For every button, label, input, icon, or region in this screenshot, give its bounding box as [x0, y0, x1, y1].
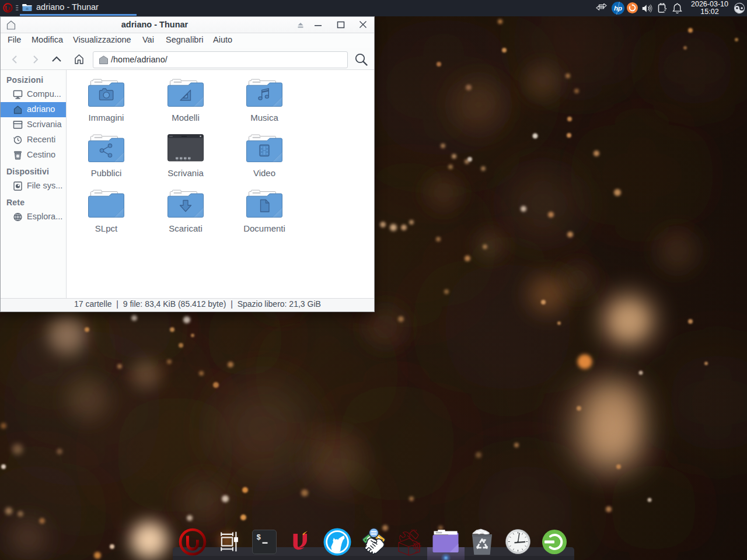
- svg-text:$: $: [257, 534, 261, 542]
